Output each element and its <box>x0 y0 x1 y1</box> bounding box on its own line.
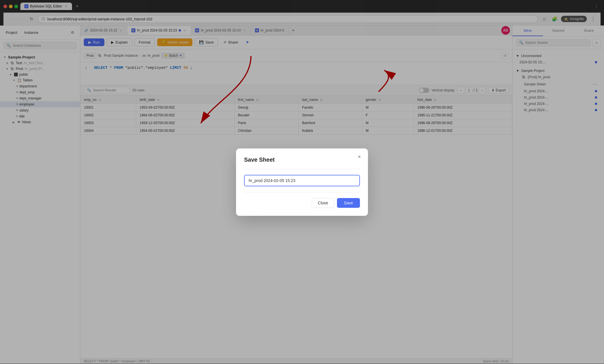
save-sheet-modal: Save Sheet × Close Save <box>236 148 368 216</box>
modal-actions: Close Save <box>244 198 360 208</box>
modal-cancel-button[interactable]: Close <box>312 198 334 208</box>
modal-divider-2 <box>244 192 360 192</box>
modal-divider <box>244 169 360 169</box>
sheet-name-input[interactable] <box>244 175 360 186</box>
modal-close-x-button[interactable]: × <box>355 153 363 161</box>
modal-overlay[interactable]: Save Sheet × Close Save <box>0 0 604 364</box>
modal-save-button[interactable]: Save <box>337 198 360 208</box>
modal-title: Save Sheet <box>244 156 360 163</box>
